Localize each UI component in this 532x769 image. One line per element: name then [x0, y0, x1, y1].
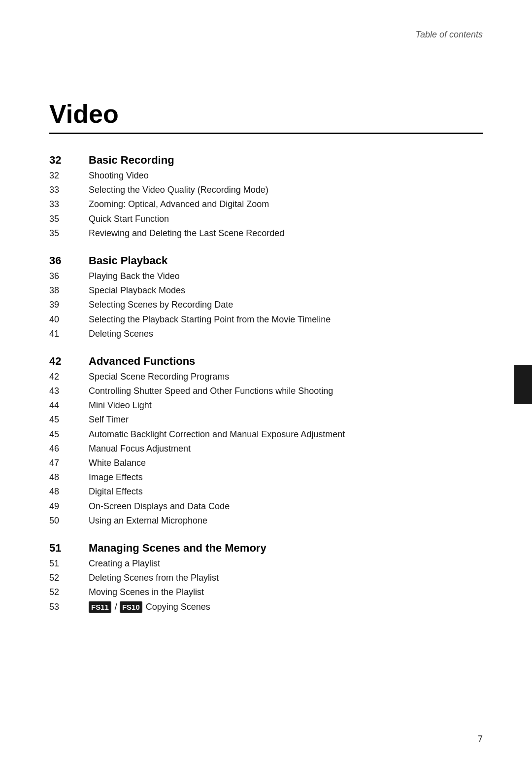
toc-heading-text: Basic Recording	[89, 154, 174, 167]
toc-item-text: Reviewing and Deleting the Last Scene Re…	[89, 227, 284, 240]
toc-heading-text: Basic Playback	[89, 254, 167, 267]
toc-item-number: 33	[49, 199, 89, 210]
toc-item-number: 41	[49, 329, 89, 339]
toc-item-number: 49	[49, 501, 89, 512]
toc-heading-number: 36	[49, 254, 89, 267]
toc-item-text: Manual Focus Adjustment	[89, 443, 191, 455]
toc-item-number: 52	[49, 573, 89, 583]
page-container: Table of contents Video 32Basic Recordin…	[0, 0, 532, 769]
toc-item-row: 50Using an External Microphone	[49, 515, 483, 527]
toc-heading-number: 42	[49, 355, 89, 368]
toc-item-row: 46Manual Focus Adjustment	[49, 443, 483, 455]
toc-item-row: 44Mini Video Light	[49, 399, 483, 412]
toc-item-text: Automatic Backlight Correction and Manua…	[89, 428, 345, 441]
toc-item-row: 49On-Screen Displays and Data Code	[49, 500, 483, 513]
toc-item-row: 33Selecting the Video Quality (Recording…	[49, 184, 483, 196]
toc-item-number: 48	[49, 472, 89, 483]
toc-item-text-badge: FS11 / FS10 Copying Scenes	[89, 601, 210, 613]
toc-item-number: 45	[49, 415, 89, 425]
toc-item-text: Playing Back the Video	[89, 270, 180, 282]
page-number: 7	[478, 734, 483, 744]
toc-heading-row: 42Advanced Functions	[49, 355, 483, 368]
toc-item-number: 45	[49, 429, 89, 440]
toc-item-row: 52Deleting Scenes from the Playlist	[49, 572, 483, 584]
toc-item-text: Selecting the Video Quality (Recording M…	[89, 184, 268, 196]
toc-item-text: Special Playback Modes	[89, 284, 185, 297]
toc-item-row: 48Image Effects	[49, 471, 483, 484]
toc-item-row: 32Shooting Video	[49, 170, 483, 182]
toc-item-text: Using an External Microphone	[89, 515, 207, 527]
toc-section: 36Basic Playback36Playing Back the Video…	[49, 254, 483, 340]
toc-item-row: 35Reviewing and Deleting the Last Scene …	[49, 227, 483, 240]
toc-item-row: 48Digital Effects	[49, 486, 483, 498]
toc-item-row: 40Selecting the Playback Starting Point …	[49, 314, 483, 326]
toc-item-row: 39Selecting Scenes by Recording Date	[49, 299, 483, 311]
toc-item-number: 46	[49, 444, 89, 454]
toc-item-text: On-Screen Displays and Data Code	[89, 500, 230, 513]
toc-item-text: Shooting Video	[89, 170, 149, 182]
toc-item-text: Creating a Playlist	[89, 558, 160, 570]
toc-item-number: 51	[49, 559, 89, 569]
toc-heading-text: Managing Scenes and the Memory	[89, 542, 266, 555]
toc-item-text: Quick Start Function	[89, 213, 169, 225]
section-title-text: Video	[49, 99, 119, 129]
toc-item-text: Special Scene Recording Programs	[89, 371, 229, 383]
toc-section: 32Basic Recording32Shooting Video33Selec…	[49, 154, 483, 240]
toc-heading-row: 32Basic Recording	[49, 154, 483, 167]
toc-item-row: 45Self Timer	[49, 414, 483, 426]
toc-item-text: Self Timer	[89, 414, 129, 426]
toc-item-row: 45Automatic Backlight Correction and Man…	[49, 428, 483, 441]
toc-item-row: 36Playing Back the Video	[49, 270, 483, 282]
toc-item-text: Deleting Scenes	[89, 328, 153, 340]
toc-item-text: Mini Video Light	[89, 399, 152, 412]
page-label: Table of contents	[416, 30, 483, 40]
toc-item-row: 42Special Scene Recording Programs	[49, 371, 483, 383]
toc-content: 32Basic Recording32Shooting Video33Selec…	[49, 154, 483, 613]
toc-item-row: 52Moving Scenes in the Playlist	[49, 586, 483, 598]
model-badge: FS10	[120, 601, 142, 613]
toc-item-number: 44	[49, 400, 89, 411]
toc-item-row: 53FS11 / FS10 Copying Scenes	[49, 601, 483, 613]
toc-item-number: 48	[49, 487, 89, 497]
toc-item-text: Deleting Scenes from the Playlist	[89, 572, 219, 584]
toc-item-text: Selecting the Playback Starting Point fr…	[89, 314, 331, 326]
toc-item-number: 32	[49, 171, 89, 181]
section-tab	[514, 365, 532, 404]
toc-item-number: 36	[49, 271, 89, 281]
toc-item-row: 41Deleting Scenes	[49, 328, 483, 340]
toc-heading-number: 51	[49, 542, 89, 555]
toc-item-number: 47	[49, 458, 89, 468]
toc-item-row: 43Controlling Shutter Speed and Other Fu…	[49, 385, 483, 397]
toc-item-number: 33	[49, 185, 89, 195]
toc-heading-text: Advanced Functions	[89, 355, 195, 368]
toc-item-row: 38Special Playback Modes	[49, 284, 483, 297]
toc-section: 42Advanced Functions42Special Scene Reco…	[49, 355, 483, 527]
toc-item-text: Moving Scenes in the Playlist	[89, 586, 204, 598]
toc-item-number: 50	[49, 516, 89, 526]
toc-item-text: Image Effects	[89, 471, 143, 484]
toc-item-number: 53	[49, 602, 89, 612]
toc-item-row: 51Creating a Playlist	[49, 558, 483, 570]
toc-item-text: Zooming: Optical, Advanced and Digital Z…	[89, 198, 269, 210]
model-badge: FS11	[89, 601, 111, 613]
toc-heading-row: 51Managing Scenes and the Memory	[49, 542, 483, 555]
toc-item-number: 35	[49, 228, 89, 239]
toc-item-text: Selecting Scenes by Recording Date	[89, 299, 233, 311]
toc-item-row: 35Quick Start Function	[49, 213, 483, 225]
section-main-title: Video	[49, 99, 483, 134]
toc-item-number: 42	[49, 372, 89, 382]
toc-item-row: 47White Balance	[49, 457, 483, 469]
toc-item-text: White Balance	[89, 457, 146, 469]
toc-heading-number: 32	[49, 154, 89, 167]
toc-item-number: 38	[49, 285, 89, 296]
toc-item-row: 33Zooming: Optical, Advanced and Digital…	[49, 198, 483, 210]
toc-item-number: 39	[49, 300, 89, 310]
toc-item-text: Controlling Shutter Speed and Other Func…	[89, 385, 333, 397]
toc-item-number: 35	[49, 214, 89, 224]
toc-item-text: Digital Effects	[89, 486, 143, 498]
toc-heading-row: 36Basic Playback	[49, 254, 483, 267]
toc-item-number: 43	[49, 386, 89, 396]
header-area: Table of contents	[49, 30, 483, 40]
toc-item-number: 52	[49, 587, 89, 597]
toc-section: 51Managing Scenes and the Memory51Creati…	[49, 542, 483, 613]
